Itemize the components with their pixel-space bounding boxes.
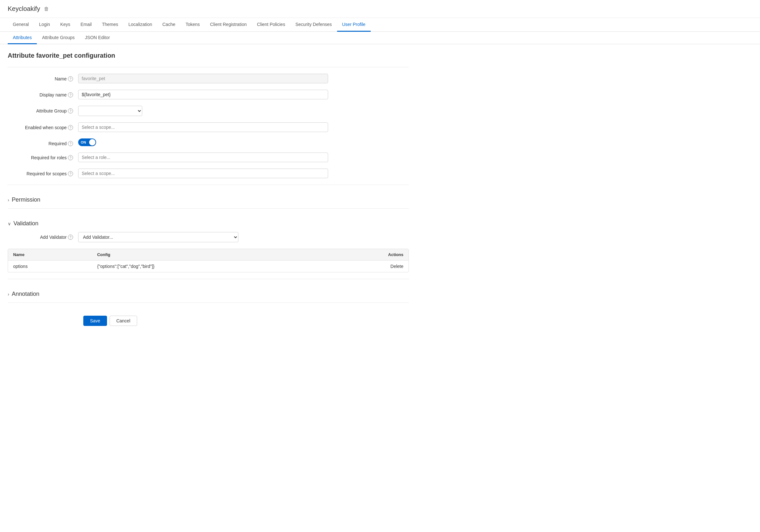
sub-tab-attributes[interactable]: Attributes — [8, 32, 37, 44]
cancel-button[interactable]: Cancel — [110, 316, 137, 326]
permission-chevron: › — [8, 197, 9, 203]
col-name-header: Name — [8, 249, 92, 261]
required-for-roles-input[interactable] — [78, 153, 328, 162]
attribute-form: Name ? Display name ? Attribute Group ? — [8, 74, 409, 178]
required-for-scopes-help-icon[interactable]: ? — [68, 171, 73, 176]
required-for-roles-control — [78, 153, 328, 162]
validation-section-label: Validation — [14, 220, 38, 227]
annotation-section-label: Annotation — [12, 291, 39, 297]
page-heading: Attribute favorite_pet configuration — [8, 52, 409, 59]
attribute-group-field-row: Attribute Group ? — [8, 106, 409, 116]
app-header: Keycloakify 🗑 — [0, 0, 760, 18]
main-tab-security-defenses[interactable]: Security Defenses — [290, 18, 337, 32]
validators-table: Name Config Actions options {"options":[… — [8, 249, 408, 272]
enabled-when-scope-input[interactable] — [78, 122, 328, 132]
display-name-help-icon[interactable]: ? — [68, 92, 73, 97]
main-tab-localization[interactable]: Localization — [123, 18, 157, 32]
name-help-icon[interactable]: ? — [68, 76, 73, 81]
validators-table-head: Name Config Actions — [8, 249, 408, 261]
delete-button[interactable]: Delete — [391, 264, 404, 269]
attribute-group-help-icon[interactable]: ? — [68, 108, 73, 114]
main-tab-bar: GeneralLoginKeysEmailThemesLocalizationC… — [0, 18, 760, 32]
add-validator-select-wrap: Add Validator... — [78, 232, 238, 242]
enabled-when-scope-help-icon[interactable]: ? — [68, 125, 73, 130]
add-validator-select[interactable]: Add Validator... — [78, 232, 238, 242]
add-validator-label: Add Validator ? — [8, 235, 78, 240]
attribute-group-field-control — [78, 106, 328, 116]
required-for-scopes-input[interactable] — [78, 169, 328, 178]
main-tab-keys[interactable]: Keys — [55, 18, 75, 32]
main-tab-general[interactable]: General — [8, 18, 34, 32]
add-validator-row: Add Validator ? Add Validator... — [8, 232, 409, 242]
required-toggle-container: ON — [78, 138, 328, 146]
permission-section-label: Permission — [12, 196, 40, 203]
col-config-header: Config — [92, 249, 322, 261]
heading-suffix: configuration — [72, 52, 115, 59]
validation-chevron: ∨ — [8, 221, 11, 226]
name-label: Name ? — [8, 74, 78, 81]
main-tab-login[interactable]: Login — [34, 18, 55, 32]
permission-section-header[interactable]: › Permission — [8, 191, 409, 206]
required-for-scopes-label: Required for scopes ? — [8, 169, 78, 176]
row-actions: Delete — [322, 261, 408, 272]
required-toggle[interactable]: ON — [78, 138, 96, 146]
enabled-when-scope-control — [78, 122, 328, 132]
attribute-group-label: Attribute Group ? — [8, 106, 78, 114]
validators-table-body: options {"options":["cat","dog","bird"]}… — [8, 261, 408, 272]
required-toggle-control: ON — [78, 138, 328, 146]
required-toggle-label: ON — [78, 140, 86, 144]
sub-tab-bar: AttributesAttribute GroupsJSON Editor — [0, 32, 760, 44]
col-actions-header: Actions — [322, 249, 408, 261]
validation-content: Add Validator ? Add Validator... Name Co… — [8, 232, 409, 272]
heading-attribute-name: favorite_pet — [36, 52, 72, 59]
required-help-icon[interactable]: ? — [68, 141, 73, 146]
display-name-field-control — [78, 90, 328, 99]
table-row: options {"options":["cat","dog","bird"]}… — [8, 261, 408, 272]
form-actions: Save Cancel — [8, 309, 409, 332]
required-for-scopes-control — [78, 169, 328, 178]
required-for-scopes-row: Required for scopes ? — [8, 169, 409, 178]
main-tab-client-registration[interactable]: Client Registration — [205, 18, 252, 32]
required-for-roles-help-icon[interactable]: ? — [68, 155, 73, 160]
trash-icon[interactable]: 🗑 — [44, 6, 49, 12]
enabled-when-scope-label: Enabled when scope ? — [8, 122, 78, 130]
row-config: {"options":["cat","dog","bird"]} — [92, 261, 322, 272]
main-tab-email[interactable]: Email — [75, 18, 97, 32]
main-tab-cache[interactable]: Cache — [157, 18, 180, 32]
required-field-row: Required ? ON — [8, 138, 409, 146]
validators-table-container: Name Config Actions options {"options":[… — [8, 249, 409, 272]
sub-tab-attribute-groups[interactable]: Attribute Groups — [37, 32, 80, 44]
display-name-label: Display name ? — [8, 90, 78, 97]
enabled-when-scope-row: Enabled when scope ? — [8, 122, 409, 132]
name-field-row: Name ? — [8, 74, 409, 83]
main-tab-tokens[interactable]: Tokens — [180, 18, 205, 32]
save-button[interactable]: Save — [83, 316, 107, 326]
required-label: Required ? — [8, 138, 78, 146]
annotation-chevron: › — [8, 292, 9, 297]
name-input[interactable] — [78, 74, 328, 83]
required-toggle-track: ON — [78, 138, 96, 146]
main-tab-themes[interactable]: Themes — [97, 18, 123, 32]
required-toggle-thumb — [89, 139, 95, 146]
display-name-input[interactable] — [78, 90, 328, 99]
display-name-field-row: Display name ? — [8, 90, 409, 99]
main-tab-client-policies[interactable]: Client Policies — [252, 18, 290, 32]
add-validator-help-icon[interactable]: ? — [68, 235, 73, 240]
annotation-section-header[interactable]: › Annotation — [8, 286, 409, 300]
validation-section-header[interactable]: ∨ Validation — [8, 215, 409, 229]
row-name: options — [8, 261, 92, 272]
required-for-roles-row: Required for roles ? — [8, 153, 409, 162]
main-tab-user-profile[interactable]: User Profile — [337, 18, 371, 32]
attribute-group-select[interactable] — [78, 106, 142, 116]
sub-tab-json-editor[interactable]: JSON Editor — [80, 32, 115, 44]
main-content: Attribute favorite_pet configuration Nam… — [0, 44, 416, 340]
heading-prefix: Attribute — [8, 52, 36, 59]
app-title: Keycloakify — [8, 5, 40, 13]
name-field-control — [78, 74, 328, 83]
required-for-roles-label: Required for roles ? — [8, 153, 78, 160]
